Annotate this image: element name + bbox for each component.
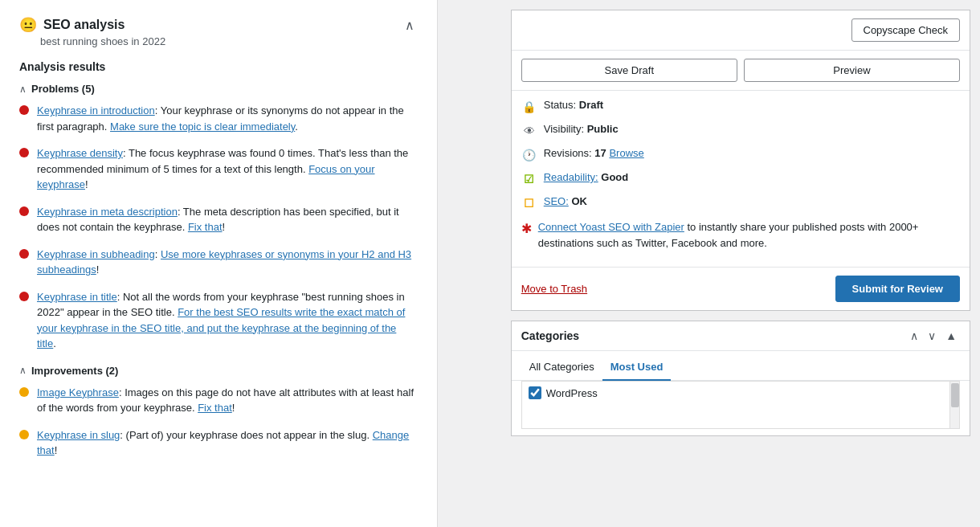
problems-section-header[interactable]: ∧ Problems (5) [19,83,418,95]
seo-emoji: 😐 [19,16,37,34]
category-label-wordpress: WordPress [546,387,598,399]
collapse-icon[interactable]: ∧ [402,16,418,35]
zapier-icon: ✱ [521,219,532,251]
problem-item-3: Keyphrase in meta description: The meta … [19,204,418,235]
red-dot-1 [19,105,29,115]
problem-link-2a[interactable]: Keyphrase density [37,147,123,159]
problem-item-5: Keyphrase in title: Not all the words fr… [19,289,418,352]
category-item-wordpress: WordPress [529,386,953,399]
improvement-link-2a[interactable]: Keyphrase in slug [37,429,120,441]
readability-icon: ☑ [521,171,537,187]
visibility-label: Visibility: Public [544,123,619,135]
problem-link-2b[interactable]: Focus on your keyphrase [37,163,375,191]
seo-link[interactable]: SEO: [544,195,569,207]
red-dot-4 [19,249,29,259]
right-panel: Copyscape Check Save Draft Preview 🔒 Sta… [501,0,980,527]
zapier-link[interactable]: Connect Yoast SEO with Zapier [538,221,684,233]
visibility-value: Public [587,123,619,135]
readability-label: Readability: Good [544,171,629,183]
category-checkbox-wordpress[interactable] [529,386,541,399]
orange-dot-1 [19,387,29,397]
red-dot-2 [19,148,29,157]
tab-all-categories[interactable]: All Categories [521,357,602,381]
categories-controls: ∧ ∨ ▲ [907,328,960,344]
problem-link-3b[interactable]: Fix that [188,221,223,233]
categories-more-button[interactable]: ▲ [942,328,960,344]
revisions-value: 17 [594,147,606,159]
submit-for-review-button[interactable]: Submit for Review [835,276,960,302]
save-draft-button[interactable]: Save Draft [521,59,737,82]
status-label: Status: Draft [544,99,603,111]
seo-analysis-title: SEO analysis [43,18,125,32]
revisions-row: 🕐 Revisions: 17 Browse [521,147,960,163]
center-divider [438,0,501,527]
eye-icon: 👁 [521,123,537,139]
problem-link-5b[interactable]: For the best SEO results write the exact… [37,306,405,349]
problem-text-4: Keyphrase in subheading: Use more keyphr… [37,247,418,278]
move-to-trash-button[interactable]: Move to Trash [521,283,587,295]
improvement-item-1: Image Keyphrase: Images on this page do … [19,385,418,416]
problem-item-1: Keyphrase in introduction: Your keyphras… [19,103,418,134]
publish-box: Copyscape Check Save Draft Preview 🔒 Sta… [511,10,970,311]
problem-link-1a[interactable]: Keyphrase in introduction [37,104,155,116]
problems-label: Problems (5) [31,83,95,95]
improvement-link-1a[interactable]: Image Keyphrase [37,386,119,398]
visibility-row: 👁 Visibility: Public [521,123,960,139]
publish-meta: 🔒 Status: Draft 👁 Visibility: Public 🕐 R… [512,91,970,267]
improvements-list: Image Keyphrase: Images on this page do … [19,385,418,459]
categories-scrollbar-track[interactable] [949,382,959,428]
copyscape-button[interactable]: Copyscape Check [851,18,961,42]
readability-link[interactable]: Readability: [544,171,598,183]
problem-item-4: Keyphrase in subheading: Use more keyphr… [19,247,418,278]
categories-list-area: WordPress [521,381,960,429]
problem-link-4a[interactable]: Keyphrase in subheading [37,248,155,260]
categories-expand-button[interactable]: ∨ [925,328,939,344]
zapier-text: Connect Yoast SEO with Zapier to instant… [538,219,960,251]
categories-collapse-button[interactable]: ∧ [907,328,921,344]
readability-value: Good [601,171,628,183]
revisions-browse-link[interactable]: Browse [609,147,643,159]
problem-link-3a[interactable]: Keyphrase in meta description [37,206,178,218]
tab-most-used[interactable]: Most Used [602,357,672,381]
analysis-results-title: Analysis results [19,60,418,73]
seo-title-row: 😐 SEO analysis [19,16,165,34]
problem-link-5a[interactable]: Keyphrase in title [37,291,117,303]
categories-list-inner: WordPress [522,382,959,428]
categories-header: Categories ∧ ∨ ▲ [512,321,970,351]
problems-list: Keyphrase in introduction: Your keyphras… [19,103,418,352]
seo-row: ☐ SEO: OK [521,195,960,211]
problem-item-2: Keyphrase density: The focus keyphrase w… [19,145,418,193]
preview-button[interactable]: Preview [744,59,960,82]
problems-chevron-icon: ∧ [19,84,27,95]
problem-text-5: Keyphrase in title: Not all the words fr… [37,289,418,352]
categories-title: Categories [521,329,579,342]
improvement-text-2: Keyphrase in slug: (Part of) your keyphr… [37,427,418,459]
red-dot-5 [19,292,29,301]
seo-value: OK [571,195,587,207]
improvements-section-header[interactable]: ∧ Improvements (2) [19,365,418,377]
problem-link-1b[interactable]: Make sure the topic is clear immediately [110,121,295,133]
improvement-link-1b[interactable]: Fix that [198,402,232,414]
draft-preview-row: Save Draft Preview [512,51,970,91]
problem-text-2: Keyphrase density: The focus keyphrase w… [37,145,418,193]
improvements-chevron-icon: ∧ [19,365,27,376]
orange-dot-2 [19,430,29,439]
categories-box: Categories ∧ ∨ ▲ All Categories Most Use… [511,321,970,436]
problem-text-3: Keyphrase in meta description: The meta … [37,204,418,235]
publish-footer: Move to Trash Submit for Review [512,267,970,310]
problem-text-1: Keyphrase in introduction: Your keyphras… [37,103,418,134]
status-row: 🔒 Status: Draft [521,99,960,115]
clock-icon: 🕐 [521,147,537,163]
seo-label: SEO: OK [544,195,587,207]
categories-tabs: All Categories Most Used [512,351,970,381]
readability-row: ☑ Readability: Good [521,171,960,187]
improvement-text-1: Image Keyphrase: Images on this page do … [37,385,418,416]
seo-subtitle: best running shoes in 2022 [40,35,165,47]
improvements-label: Improvements (2) [31,365,118,377]
improvement-item-2: Keyphrase in slug: (Part of) your keyphr… [19,427,418,459]
seo-icon: ☐ [521,195,537,211]
copyscape-row: Copyscape Check [512,10,970,51]
categories-scrollbar-thumb[interactable] [951,383,959,407]
seo-header: 😐 SEO analysis best running shoes in 202… [19,16,418,47]
status-value: Draft [579,99,603,111]
